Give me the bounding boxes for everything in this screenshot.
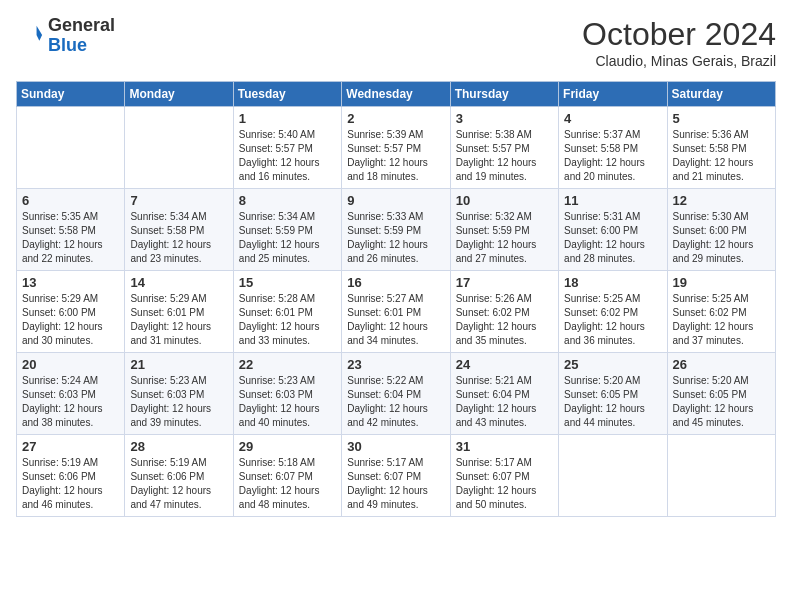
- calendar-cell: 25Sunrise: 5:20 AM Sunset: 6:05 PM Dayli…: [559, 353, 667, 435]
- day-content: Sunrise: 5:34 AM Sunset: 5:59 PM Dayligh…: [239, 210, 336, 266]
- day-content: Sunrise: 5:28 AM Sunset: 6:01 PM Dayligh…: [239, 292, 336, 348]
- calendar-cell: 28Sunrise: 5:19 AM Sunset: 6:06 PM Dayli…: [125, 435, 233, 517]
- day-content: Sunrise: 5:25 AM Sunset: 6:02 PM Dayligh…: [564, 292, 661, 348]
- svg-marker-1: [37, 35, 43, 41]
- calendar-cell: 23Sunrise: 5:22 AM Sunset: 6:04 PM Dayli…: [342, 353, 450, 435]
- calendar-cell: 21Sunrise: 5:23 AM Sunset: 6:03 PM Dayli…: [125, 353, 233, 435]
- day-number: 9: [347, 193, 444, 208]
- header-day-saturday: Saturday: [667, 82, 775, 107]
- calendar-cell: 20Sunrise: 5:24 AM Sunset: 6:03 PM Dayli…: [17, 353, 125, 435]
- day-content: Sunrise: 5:37 AM Sunset: 5:58 PM Dayligh…: [564, 128, 661, 184]
- header-day-tuesday: Tuesday: [233, 82, 341, 107]
- calendar-cell: 26Sunrise: 5:20 AM Sunset: 6:05 PM Dayli…: [667, 353, 775, 435]
- calendar-cell: [125, 107, 233, 189]
- calendar-cell: 31Sunrise: 5:17 AM Sunset: 6:07 PM Dayli…: [450, 435, 558, 517]
- day-content: Sunrise: 5:23 AM Sunset: 6:03 PM Dayligh…: [130, 374, 227, 430]
- day-number: 21: [130, 357, 227, 372]
- page-header: General Blue October 2024 Claudio, Minas…: [16, 16, 776, 69]
- calendar-cell: 8Sunrise: 5:34 AM Sunset: 5:59 PM Daylig…: [233, 189, 341, 271]
- day-content: Sunrise: 5:18 AM Sunset: 6:07 PM Dayligh…: [239, 456, 336, 512]
- week-row-1: 1Sunrise: 5:40 AM Sunset: 5:57 PM Daylig…: [17, 107, 776, 189]
- day-content: Sunrise: 5:38 AM Sunset: 5:57 PM Dayligh…: [456, 128, 553, 184]
- header-day-friday: Friday: [559, 82, 667, 107]
- day-content: Sunrise: 5:30 AM Sunset: 6:00 PM Dayligh…: [673, 210, 770, 266]
- day-number: 3: [456, 111, 553, 126]
- day-content: Sunrise: 5:40 AM Sunset: 5:57 PM Dayligh…: [239, 128, 336, 184]
- day-number: 23: [347, 357, 444, 372]
- day-number: 27: [22, 439, 119, 454]
- day-number: 28: [130, 439, 227, 454]
- day-number: 31: [456, 439, 553, 454]
- calendar-cell: 22Sunrise: 5:23 AM Sunset: 6:03 PM Dayli…: [233, 353, 341, 435]
- day-content: Sunrise: 5:20 AM Sunset: 6:05 PM Dayligh…: [673, 374, 770, 430]
- calendar-cell: [667, 435, 775, 517]
- header-day-monday: Monday: [125, 82, 233, 107]
- day-number: 18: [564, 275, 661, 290]
- day-number: 12: [673, 193, 770, 208]
- day-content: Sunrise: 5:35 AM Sunset: 5:58 PM Dayligh…: [22, 210, 119, 266]
- day-number: 24: [456, 357, 553, 372]
- day-content: Sunrise: 5:17 AM Sunset: 6:07 PM Dayligh…: [347, 456, 444, 512]
- day-content: Sunrise: 5:20 AM Sunset: 6:05 PM Dayligh…: [564, 374, 661, 430]
- calendar-cell: 24Sunrise: 5:21 AM Sunset: 6:04 PM Dayli…: [450, 353, 558, 435]
- day-content: Sunrise: 5:25 AM Sunset: 6:02 PM Dayligh…: [673, 292, 770, 348]
- day-number: 25: [564, 357, 661, 372]
- calendar-cell: 1Sunrise: 5:40 AM Sunset: 5:57 PM Daylig…: [233, 107, 341, 189]
- day-number: 19: [673, 275, 770, 290]
- calendar-cell: 4Sunrise: 5:37 AM Sunset: 5:58 PM Daylig…: [559, 107, 667, 189]
- week-row-3: 13Sunrise: 5:29 AM Sunset: 6:00 PM Dayli…: [17, 271, 776, 353]
- day-content: Sunrise: 5:21 AM Sunset: 6:04 PM Dayligh…: [456, 374, 553, 430]
- calendar-cell: 15Sunrise: 5:28 AM Sunset: 6:01 PM Dayli…: [233, 271, 341, 353]
- day-number: 15: [239, 275, 336, 290]
- logo-text: General Blue: [48, 16, 115, 56]
- week-row-4: 20Sunrise: 5:24 AM Sunset: 6:03 PM Dayli…: [17, 353, 776, 435]
- calendar-cell: 30Sunrise: 5:17 AM Sunset: 6:07 PM Dayli…: [342, 435, 450, 517]
- logo-icon: [16, 22, 44, 50]
- day-number: 29: [239, 439, 336, 454]
- day-number: 4: [564, 111, 661, 126]
- calendar-cell: 29Sunrise: 5:18 AM Sunset: 6:07 PM Dayli…: [233, 435, 341, 517]
- month-title: October 2024: [582, 16, 776, 53]
- header-row: SundayMondayTuesdayWednesdayThursdayFrid…: [17, 82, 776, 107]
- day-content: Sunrise: 5:19 AM Sunset: 6:06 PM Dayligh…: [22, 456, 119, 512]
- day-number: 5: [673, 111, 770, 126]
- calendar-cell: 7Sunrise: 5:34 AM Sunset: 5:58 PM Daylig…: [125, 189, 233, 271]
- day-content: Sunrise: 5:17 AM Sunset: 6:07 PM Dayligh…: [456, 456, 553, 512]
- day-content: Sunrise: 5:32 AM Sunset: 5:59 PM Dayligh…: [456, 210, 553, 266]
- day-number: 20: [22, 357, 119, 372]
- svg-marker-0: [37, 26, 43, 35]
- header-day-sunday: Sunday: [17, 82, 125, 107]
- day-content: Sunrise: 5:29 AM Sunset: 6:00 PM Dayligh…: [22, 292, 119, 348]
- calendar-cell: 2Sunrise: 5:39 AM Sunset: 5:57 PM Daylig…: [342, 107, 450, 189]
- calendar-cell: 3Sunrise: 5:38 AM Sunset: 5:57 PM Daylig…: [450, 107, 558, 189]
- calendar-cell: 11Sunrise: 5:31 AM Sunset: 6:00 PM Dayli…: [559, 189, 667, 271]
- calendar-table: SundayMondayTuesdayWednesdayThursdayFrid…: [16, 81, 776, 517]
- day-content: Sunrise: 5:33 AM Sunset: 5:59 PM Dayligh…: [347, 210, 444, 266]
- calendar-cell: 13Sunrise: 5:29 AM Sunset: 6:00 PM Dayli…: [17, 271, 125, 353]
- day-number: 1: [239, 111, 336, 126]
- day-content: Sunrise: 5:19 AM Sunset: 6:06 PM Dayligh…: [130, 456, 227, 512]
- calendar-cell: 18Sunrise: 5:25 AM Sunset: 6:02 PM Dayli…: [559, 271, 667, 353]
- day-number: 26: [673, 357, 770, 372]
- day-content: Sunrise: 5:36 AM Sunset: 5:58 PM Dayligh…: [673, 128, 770, 184]
- calendar-cell: 19Sunrise: 5:25 AM Sunset: 6:02 PM Dayli…: [667, 271, 775, 353]
- calendar-cell: 10Sunrise: 5:32 AM Sunset: 5:59 PM Dayli…: [450, 189, 558, 271]
- day-number: 10: [456, 193, 553, 208]
- calendar-cell: 12Sunrise: 5:30 AM Sunset: 6:00 PM Dayli…: [667, 189, 775, 271]
- calendar-cell: 17Sunrise: 5:26 AM Sunset: 6:02 PM Dayli…: [450, 271, 558, 353]
- day-content: Sunrise: 5:23 AM Sunset: 6:03 PM Dayligh…: [239, 374, 336, 430]
- day-content: Sunrise: 5:26 AM Sunset: 6:02 PM Dayligh…: [456, 292, 553, 348]
- title-block: October 2024 Claudio, Minas Gerais, Braz…: [582, 16, 776, 69]
- day-number: 16: [347, 275, 444, 290]
- calendar-cell: [559, 435, 667, 517]
- week-row-5: 27Sunrise: 5:19 AM Sunset: 6:06 PM Dayli…: [17, 435, 776, 517]
- day-content: Sunrise: 5:29 AM Sunset: 6:01 PM Dayligh…: [130, 292, 227, 348]
- day-number: 8: [239, 193, 336, 208]
- logo-general: General: [48, 15, 115, 35]
- day-number: 22: [239, 357, 336, 372]
- header-day-thursday: Thursday: [450, 82, 558, 107]
- calendar-cell: 9Sunrise: 5:33 AM Sunset: 5:59 PM Daylig…: [342, 189, 450, 271]
- calendar-cell: 5Sunrise: 5:36 AM Sunset: 5:58 PM Daylig…: [667, 107, 775, 189]
- day-number: 17: [456, 275, 553, 290]
- day-number: 14: [130, 275, 227, 290]
